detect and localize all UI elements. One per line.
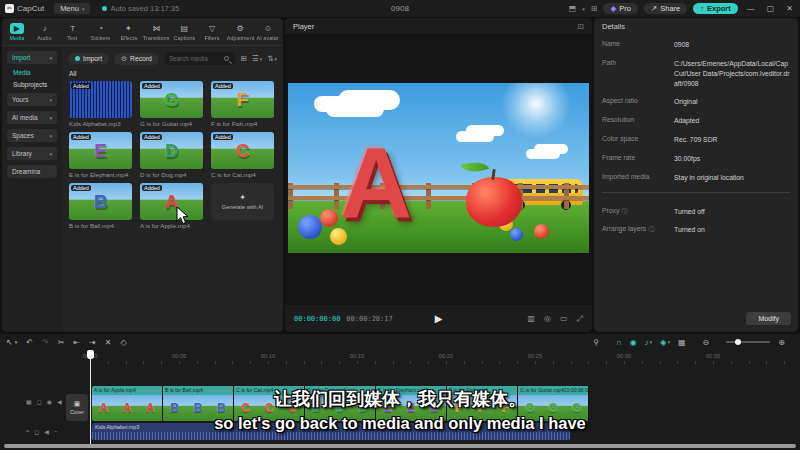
export-button[interactable]: ↑ Export [693, 3, 738, 14]
tab-text[interactable]: TText [59, 23, 87, 41]
maximize-button[interactable]: ▢ [764, 4, 778, 13]
info-icon[interactable]: ⓘ [648, 226, 654, 232]
added-badge: Added [213, 83, 233, 89]
ruler-ticks [90, 361, 800, 364]
tab-media[interactable]: ▶Media [3, 23, 31, 41]
preview-axis-icon[interactable]: ◈▾ [660, 338, 670, 347]
timeline-zoom-slider[interactable] [726, 341, 770, 343]
media-item[interactable]: AddedE E is for Elephant.mp4 [69, 132, 132, 178]
ball [534, 224, 549, 239]
record-button[interactable]: ⊙Record [114, 53, 159, 65]
list-view-icon[interactable]: ☰▾ [252, 54, 262, 63]
quality-icon[interactable]: ◎ [544, 314, 551, 324]
media-item[interactable]: AddedF F is for Fish.mp4 [211, 81, 274, 127]
details-title: Details [602, 22, 625, 31]
sidebar-item-library[interactable]: Library▾ [7, 147, 57, 160]
sun-flare [501, 83, 571, 139]
audio-thumbnail[interactable]: Added [69, 81, 132, 118]
tab-ai-avatar[interactable]: ☺AI avatar [254, 23, 282, 41]
autosave-dot-icon [102, 6, 107, 11]
auto-link-icon[interactable]: ◉ [630, 338, 637, 347]
ball [320, 209, 338, 227]
tab-captions[interactable]: ▤Captions [170, 23, 198, 41]
keyframe-icon[interactable]: ◇ [120, 338, 126, 347]
sidebar-item-dreamina[interactable]: Dreamina [7, 165, 57, 178]
video-preview[interactable]: A [288, 83, 589, 253]
select-tool-icon[interactable]: ↖ [6, 338, 13, 347]
preview-frames-icon[interactable]: ▦ [678, 338, 686, 347]
share-button[interactable]: ↗ Share [644, 3, 687, 14]
media-item[interactable]: AddedC C is for Cat.mp4 [211, 132, 274, 178]
media-item[interactable]: AddedG G is for Guitar.mp4 [140, 81, 203, 127]
delete-icon[interactable]: ✕ [105, 338, 112, 347]
fullscreen-icon[interactable]: ⤢ [577, 314, 583, 324]
tab-stickers[interactable]: ◔Stickers [87, 23, 115, 41]
sidebar-item-yours[interactable]: Yours▾ [7, 93, 57, 106]
media-item-apple[interactable]: AddedA A is for Apple.mp4 [140, 183, 203, 229]
capcut-logo-icon: ✂ [5, 4, 14, 13]
scene-letter: A [340, 136, 412, 231]
audio-levels-icon[interactable]: ♪▾ [645, 338, 653, 347]
tab-transitions[interactable]: ⋈Transitions [142, 23, 170, 41]
trim-right-icon[interactable]: ⇥ [89, 338, 96, 347]
timeline-ruler[interactable]: 00:00 00:05 00:10 00:15 00:20 00:25 00:3… [0, 350, 800, 364]
ribbon-tabs: ▶Media ♪Audio TText ◔Stickers ✦Effects ⋈… [2, 18, 283, 46]
trim-left-icon[interactable]: ⇤ [73, 338, 80, 347]
chevron-down-icon: ▾ [49, 133, 52, 139]
layout-caret-icon[interactable]: ▾ [582, 6, 585, 12]
panel-toggle-icon[interactable]: ⊞ [591, 4, 598, 13]
chevron-down-icon: ▾ [49, 55, 52, 61]
info-icon[interactable]: ⓘ [621, 208, 627, 214]
sort-icon[interactable]: ⇅▾ [267, 54, 277, 63]
ball [510, 228, 523, 241]
sidebar-item-ai-media[interactable]: AI media▾ [7, 111, 57, 124]
tab-filters[interactable]: ▽Filters [198, 23, 226, 41]
chevron-down-icon: ▾ [49, 97, 52, 103]
horizontal-scrollbar[interactable] [4, 444, 796, 448]
voiceover-icon[interactable]: ⚲ [593, 338, 599, 347]
select-tool-caret-icon[interactable]: ▾ [15, 339, 18, 345]
undo-icon[interactable]: ↶ [26, 338, 33, 347]
ratio-icon[interactable]: ▭ [560, 314, 568, 324]
layout-toggle-icon[interactable]: ⬒ [569, 4, 577, 13]
modify-button[interactable]: Modify [746, 312, 791, 325]
pro-diamond-icon: ◆ [610, 4, 616, 13]
grid-view-icon[interactable]: ⊞ [241, 54, 247, 63]
minimize-button[interactable]: — [744, 4, 758, 13]
player-stage: A [285, 34, 592, 305]
tab-adjustment[interactable]: ⚙Adjustment [226, 23, 254, 41]
filter-all-label[interactable]: All [62, 68, 283, 79]
added-badge: Added [142, 134, 162, 140]
search-input[interactable] [169, 55, 221, 62]
pro-button[interactable]: ◆ Pro [603, 3, 637, 14]
menu-button[interactable]: Menu▾ [54, 3, 90, 14]
media-item-audio[interactable]: Added Kids Alphabet.mp3 [69, 81, 132, 127]
cloud [526, 149, 560, 159]
media-item[interactable]: AddedB B is for Ball.mp4 [69, 183, 132, 229]
mirror-preview-icon[interactable]: ▥ [527, 314, 535, 324]
record-icon: ⊙ [121, 55, 127, 63]
float-panel-icon[interactable]: ⊡ [578, 22, 584, 31]
playhead-handle[interactable] [87, 350, 94, 359]
play-button[interactable]: ▶ [435, 313, 443, 324]
details-panel: Details Name0908 PathC:/Users/Emenes/App… [594, 18, 798, 332]
magnetic-snap-icon[interactable]: ∩ [616, 338, 622, 347]
sidebar-item-media[interactable]: Media [13, 69, 57, 76]
apple [466, 177, 522, 227]
sidebar-item-spaces[interactable]: Spaces▾ [7, 129, 57, 142]
search-box[interactable] [164, 52, 236, 65]
tab-effects[interactable]: ✦Effects [115, 23, 143, 41]
sidebar-item-subprojects[interactable]: Subprojects [13, 81, 57, 88]
generate-with-ai-card[interactable]: ✦Generate with AI [211, 183, 274, 229]
redo-icon[interactable]: ↷ [42, 338, 49, 347]
import-button[interactable]: Import [68, 53, 109, 64]
media-item[interactable]: AddedD D is for Dog.mp4 [140, 132, 203, 178]
split-icon[interactable]: ✂ [58, 338, 65, 347]
slider-knob[interactable] [735, 339, 741, 345]
sidebar-item-import[interactable]: Import▾ [7, 51, 57, 64]
detail-row-proxy: ProxyⓘTurned off [602, 207, 790, 217]
tab-audio[interactable]: ♪Audio [31, 23, 59, 41]
zoom-in-icon[interactable]: ⊕ [778, 338, 785, 347]
close-button[interactable]: ✕ [783, 4, 796, 13]
zoom-out-icon[interactable]: ⊖ [703, 338, 710, 347]
